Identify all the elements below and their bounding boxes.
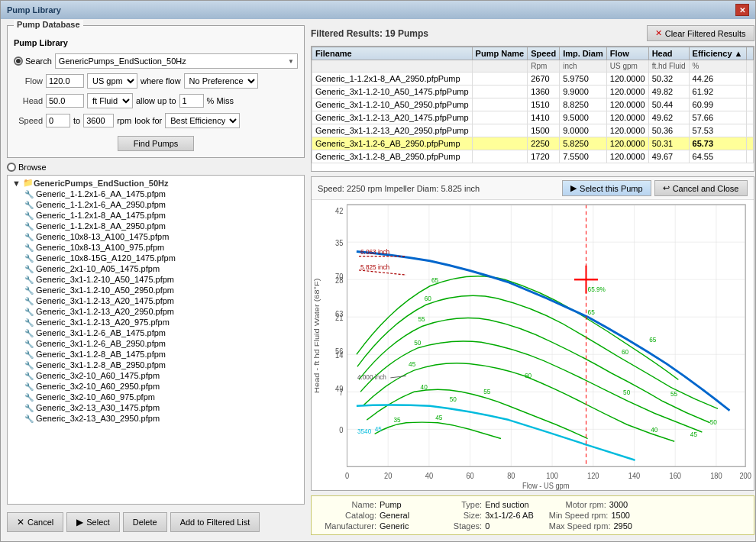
tree-view[interactable]: ▼ 📁 GenericPumps_EndSuction_50Hz 🔧Generi… <box>7 175 305 505</box>
info-size-key: Size: <box>425 511 482 520</box>
tree-item[interactable]: 🔧Generic_3x2-10_A60_975.pfpm <box>23 392 301 402</box>
file-icon: 🔧 <box>24 404 34 412</box>
svg-text:4.000 inch: 4.000 inch <box>357 373 386 382</box>
speed-from-input[interactable] <box>46 114 70 127</box>
svg-text:5.825 inch: 5.825 inch <box>360 263 389 271</box>
tree-item[interactable]: 🔧Generic_1-1.2x1-6_AA_1475.pfpm <box>23 189 301 199</box>
tree-item-label: Generic_1-1.2x1-8_AA_2950.pfpm <box>36 221 166 231</box>
tree-item[interactable]: 🔧Generic_3x2-13_A30_2950.pfpm <box>23 413 301 424</box>
tree-item-label: Generic_3x1-1.2-8_AB_1475.pfpm <box>36 350 166 359</box>
cancel-label: Cancel <box>27 518 53 527</box>
file-icon: 🔧 <box>24 382 34 391</box>
search-combo[interactable]: GenericPumps_EndSuction_50Hz ▼ <box>55 53 298 69</box>
tree-item[interactable]: 🔧Generic_3x2-10_A60_2950.pfpm <box>23 381 301 392</box>
svg-text:50: 50 <box>450 395 457 403</box>
info-col-1: Name: Pump Catalog: General Manufacturer… <box>319 500 409 531</box>
file-icon: 🔧 <box>24 286 34 295</box>
cancel-close-button[interactable]: ↩ Cancel and Close <box>654 180 748 196</box>
table-row[interactable]: Generic_3x1-1.2-10_A50_1475.pfpPump13609… <box>312 85 754 98</box>
tree-item[interactable]: 🔧Generic_10x8-13_A100_975.pfpm <box>23 242 301 253</box>
table-row[interactable]: Generic_3x1-1.2-6_AB_2950.pfpPump22505.8… <box>312 137 754 150</box>
table-cell: 1410 <box>528 111 560 124</box>
tree-item[interactable]: 🔧Generic_10x8-15G_A120_1475.pfpm <box>23 253 301 263</box>
pump-database-group: Pump Database Pump Library Search Generi… <box>7 25 305 158</box>
tree-item[interactable]: 🔧Generic_3x1-1.2-10_A50_1475.pfpm <box>23 274 301 285</box>
select-pump-button[interactable]: ▶ Select this Pump <box>562 180 651 196</box>
table-cell: 9.9000 <box>560 85 607 98</box>
speed-max-input[interactable] <box>83 114 114 127</box>
add-to-filtered-button[interactable]: Add to Filtered List <box>170 512 260 532</box>
results-body: Generic_1-1.2x1-8_AA_2950.pfpPump26705.9… <box>312 73 754 163</box>
tree-item[interactable]: 🔧Generic_3x2-13_A30_1475.pfpm <box>23 402 301 413</box>
tree-item[interactable]: 🔧Generic_3x1-1.2-8_AB_1475.pfpm <box>23 349 301 360</box>
table-row[interactable]: Generic_3x1-1.2-8_AB_2950.pfpPump17207.5… <box>312 150 754 163</box>
bottom-buttons: ✕ Cancel ▶ Select Delete Add to Filtered… <box>7 509 305 535</box>
table-row[interactable]: Generic_3x1-1.2-10_A50_2950.pfpPump15108… <box>312 98 754 111</box>
svg-text:56: 56 <box>335 347 344 356</box>
tree-item-label: Generic_3x1-1.2-13_A20_975.pfpm <box>36 318 170 327</box>
table-header-row: Filename Pump Name Speed Imp. Diam Flow … <box>312 47 754 60</box>
table-cell <box>472 85 528 98</box>
table-cell: 1500 <box>528 124 560 137</box>
table-cell: 60.99 <box>689 98 746 111</box>
find-pumps-row: Find Pumps <box>14 134 298 151</box>
svg-text:35: 35 <box>335 238 344 247</box>
head-unit-select[interactable]: ft Fluid <box>87 93 133 108</box>
table-cell <box>472 150 528 163</box>
flow-input[interactable] <box>46 74 84 88</box>
main-content: Pump Database Pump Library Search Generi… <box>1 19 755 541</box>
table-row[interactable]: Generic_3x1-1.2-13_A20_1475.pfpPump14109… <box>312 111 754 124</box>
tree-item[interactable]: 🔧Generic_3x1-1.2-13_A20_975.pfpm <box>23 317 301 327</box>
tree-item[interactable]: 🔧Generic_3x1-1.2-13_A20_1475.pfpm <box>23 295 301 306</box>
tree-item[interactable]: 🔧Generic_3x1-1.2-6_AB_1475.pfpm <box>23 327 301 338</box>
info-manufacturer-row: Manufacturer: Generic <box>319 521 409 531</box>
table-row[interactable]: Generic_3x1-1.2-13_A20_2950.pfpPump15009… <box>312 124 754 137</box>
table-cell: 49.67 <box>648 150 689 163</box>
search-radio[interactable] <box>14 56 23 66</box>
svg-text:45: 45 <box>409 360 415 369</box>
cancel-button[interactable]: ✕ Cancel <box>7 512 63 532</box>
select-button[interactable]: ▶ Select <box>66 512 120 532</box>
tree-children: 🔧Generic_1-1.2x1-6_AA_1475.pfpm🔧Generic_… <box>11 189 301 424</box>
tree-item[interactable]: 🔧Generic_3x1-1.2-8_AB_2950.pfpm <box>23 360 301 370</box>
table-cell: Generic_3x1-1.2-13_A20_2950.pfpPump <box>312 124 473 137</box>
look-for-select[interactable]: Best Efficiency <box>165 113 240 128</box>
allow-up-to-input[interactable] <box>179 94 204 108</box>
tree-item[interactable]: 🔧Generic_3x2-10_A60_1475.pfpm <box>23 370 301 381</box>
delete-button[interactable]: Delete <box>123 512 167 532</box>
tree-root-item[interactable]: ▼ 📁 GenericPumps_EndSuction_50Hz <box>11 177 301 189</box>
speed-unit-label: rpm <box>117 116 131 125</box>
svg-text:40: 40 <box>421 382 428 391</box>
tree-item[interactable]: 🔧Generic_1-1.2x1-8_AA_2950.pfpm <box>23 221 301 231</box>
where-flow-select[interactable]: No Preference <box>184 73 258 89</box>
find-pumps-button[interactable]: Find Pumps <box>118 136 195 151</box>
tree-item[interactable]: 🔧Generic_1-1.2x1-8_AA_1475.pfpm <box>23 210 301 221</box>
file-icon: 🔧 <box>24 393 34 402</box>
cancel-close-icon: ↩ <box>663 183 670 193</box>
info-catalog-val: General <box>380 511 409 520</box>
clear-label: Clear Filtered Results <box>665 29 746 38</box>
svg-text:50: 50 <box>710 418 717 427</box>
file-icon: 🔧 <box>24 415 34 423</box>
close-button[interactable]: ✕ <box>735 4 749 16</box>
svg-text:60: 60 <box>622 348 628 356</box>
tree-item[interactable]: 🔧Generic_1-1.2x1-6_AA_2950.pfpm <box>23 199 301 210</box>
table-row[interactable]: Generic_1-1.2x1-8_AA_2950.pfpPump26705.9… <box>312 73 754 85</box>
tree-item[interactable]: 🔧Generic_3x1-1.2-13_A20_2950.pfpm <box>23 306 301 317</box>
table-cell: 64.55 <box>689 150 746 163</box>
clear-filtered-button[interactable]: ✕ Clear Filtered Results <box>647 25 754 41</box>
browse-section: Browse ▼ 📁 GenericPumps_EndSuction_50Hz … <box>7 163 305 505</box>
browse-radio[interactable] <box>7 163 16 172</box>
where-flow-label: where flow <box>141 76 181 85</box>
tree-item[interactable]: 🔧Generic_3x1-1.2-10_A50_2950.pfpm <box>23 285 301 295</box>
table-cell <box>746 98 753 111</box>
tree-item[interactable]: 🔧Generic_3x1-1.2-6_AB_2950.pfpm <box>23 338 301 349</box>
flow-unit-select[interactable]: US gpm <box>87 73 137 89</box>
tree-item[interactable]: 🔧Generic_10x8-13_A100_1475.pfpm <box>23 231 301 242</box>
main-window: Pump Library ✕ Pump Database Pump Librar… <box>0 0 756 542</box>
head-input[interactable] <box>46 94 84 108</box>
table-cell <box>472 137 528 150</box>
info-panel: Name: Pump Catalog: General Manufacturer… <box>311 495 754 535</box>
tree-item[interactable]: 🔧Generic_2x1-10_A05_1475.pfpm <box>23 263 301 274</box>
file-icon: 🔧 <box>24 211 34 220</box>
